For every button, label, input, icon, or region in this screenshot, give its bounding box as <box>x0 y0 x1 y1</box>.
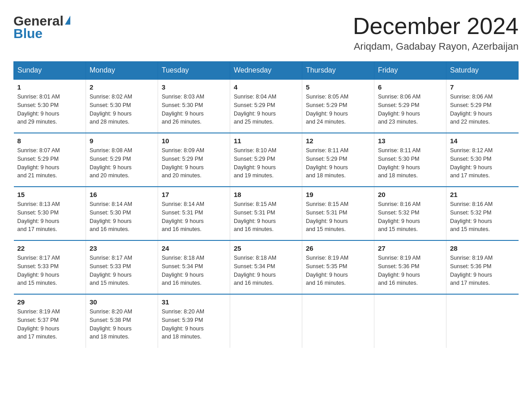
calendar-cell: 28Sunrise: 8:19 AMSunset: 5:36 PMDayligh… <box>446 240 519 294</box>
day-info: Sunrise: 8:06 AMSunset: 5:29 PMDaylight:… <box>450 93 515 126</box>
day-info: Sunrise: 8:07 AMSunset: 5:29 PMDaylight:… <box>17 146 82 180</box>
calendar-cell: 10Sunrise: 8:09 AMSunset: 5:29 PMDayligh… <box>158 133 230 187</box>
calendar-cell: 8Sunrise: 8:07 AMSunset: 5:29 PMDaylight… <box>14 133 86 187</box>
day-info: Sunrise: 8:09 AMSunset: 5:29 PMDaylight:… <box>162 146 226 180</box>
day-number: 29 <box>17 298 82 306</box>
calendar-cell: 27Sunrise: 8:19 AMSunset: 5:36 PMDayligh… <box>374 240 446 294</box>
day-info: Sunrise: 8:19 AMSunset: 5:36 PMDaylight:… <box>450 254 515 287</box>
day-info: Sunrise: 8:17 AMSunset: 5:33 PMDaylight:… <box>17 254 82 287</box>
day-number: 8 <box>17 137 82 145</box>
day-number: 23 <box>90 244 154 252</box>
day-number: 18 <box>234 191 298 198</box>
day-info: Sunrise: 8:06 AMSunset: 5:29 PMDaylight:… <box>378 93 442 126</box>
day-info: Sunrise: 8:03 AMSunset: 5:30 PMDaylight:… <box>162 93 226 126</box>
week-row-4: 22Sunrise: 8:17 AMSunset: 5:33 PMDayligh… <box>14 240 519 294</box>
day-info: Sunrise: 8:12 AMSunset: 5:30 PMDaylight:… <box>450 146 515 180</box>
day-number: 25 <box>234 244 298 252</box>
location-subtitle: Ariqdam, Gadabay Rayon, Azerbaijan <box>353 41 519 52</box>
header-friday: Friday <box>374 62 446 80</box>
calendar-cell: 13Sunrise: 8:11 AMSunset: 5:30 PMDayligh… <box>374 133 446 187</box>
day-info: Sunrise: 8:15 AMSunset: 5:31 PMDaylight:… <box>306 200 370 234</box>
calendar-cell <box>446 294 519 348</box>
day-info: Sunrise: 8:19 AMSunset: 5:36 PMDaylight:… <box>378 254 442 287</box>
calendar-cell: 19Sunrise: 8:15 AMSunset: 5:31 PMDayligh… <box>302 187 374 240</box>
calendar-cell: 24Sunrise: 8:18 AMSunset: 5:34 PMDayligh… <box>158 240 230 294</box>
day-info: Sunrise: 8:18 AMSunset: 5:34 PMDaylight:… <box>162 254 226 287</box>
day-number: 4 <box>234 83 298 91</box>
day-number: 13 <box>378 137 442 145</box>
calendar-cell: 7Sunrise: 8:06 AMSunset: 5:29 PMDaylight… <box>446 79 519 133</box>
calendar-cell: 29Sunrise: 8:19 AMSunset: 5:37 PMDayligh… <box>14 294 86 348</box>
calendar-cell: 26Sunrise: 8:19 AMSunset: 5:35 PMDayligh… <box>302 240 374 294</box>
day-info: Sunrise: 8:14 AMSunset: 5:30 PMDaylight:… <box>90 200 154 234</box>
day-info: Sunrise: 8:01 AMSunset: 5:30 PMDaylight:… <box>17 93 82 126</box>
calendar-cell: 1Sunrise: 8:01 AMSunset: 5:30 PMDaylight… <box>14 79 86 133</box>
day-number: 9 <box>90 137 154 145</box>
day-number: 31 <box>162 298 226 306</box>
day-number: 27 <box>378 244 442 252</box>
day-info: Sunrise: 8:13 AMSunset: 5:30 PMDaylight:… <box>17 200 82 234</box>
logo: General Blue <box>13 13 70 41</box>
month-year-title: December 2024 <box>353 13 519 39</box>
calendar-cell: 2Sunrise: 8:02 AMSunset: 5:30 PMDaylight… <box>86 79 158 133</box>
day-info: Sunrise: 8:19 AMSunset: 5:37 PMDaylight:… <box>17 308 82 341</box>
day-number: 20 <box>378 191 442 198</box>
day-number: 15 <box>17 191 82 198</box>
day-info: Sunrise: 8:16 AMSunset: 5:32 PMDaylight:… <box>378 200 442 234</box>
day-info: Sunrise: 8:04 AMSunset: 5:29 PMDaylight:… <box>234 93 298 126</box>
day-number: 12 <box>306 137 370 145</box>
day-info: Sunrise: 8:19 AMSunset: 5:35 PMDaylight:… <box>306 254 370 287</box>
day-number: 11 <box>234 137 298 145</box>
week-row-1: 1Sunrise: 8:01 AMSunset: 5:30 PMDaylight… <box>14 79 519 133</box>
day-number: 21 <box>450 191 515 198</box>
calendar-cell: 23Sunrise: 8:17 AMSunset: 5:33 PMDayligh… <box>86 240 158 294</box>
day-number: 5 <box>306 83 370 91</box>
day-number: 28 <box>450 244 515 252</box>
week-row-2: 8Sunrise: 8:07 AMSunset: 5:29 PMDaylight… <box>14 133 519 187</box>
calendar-cell: 31Sunrise: 8:20 AMSunset: 5:39 PMDayligh… <box>158 294 230 348</box>
day-number: 1 <box>17 83 82 91</box>
day-info: Sunrise: 8:11 AMSunset: 5:30 PMDaylight:… <box>378 146 442 180</box>
page-header: General Blue December 2024 Ariqdam, Gada… <box>13 13 519 52</box>
day-info: Sunrise: 8:18 AMSunset: 5:34 PMDaylight:… <box>234 254 298 287</box>
day-info: Sunrise: 8:20 AMSunset: 5:39 PMDaylight:… <box>162 308 226 341</box>
calendar-header: SundayMondayTuesdayWednesdayThursdayFrid… <box>14 62 519 80</box>
day-number: 22 <box>17 244 82 252</box>
day-number: 7 <box>450 83 515 91</box>
day-info: Sunrise: 8:17 AMSunset: 5:33 PMDaylight:… <box>90 254 154 287</box>
day-info: Sunrise: 8:02 AMSunset: 5:30 PMDaylight:… <box>90 93 154 126</box>
week-row-3: 15Sunrise: 8:13 AMSunset: 5:30 PMDayligh… <box>14 187 519 240</box>
calendar-cell: 22Sunrise: 8:17 AMSunset: 5:33 PMDayligh… <box>14 240 86 294</box>
calendar-cell: 25Sunrise: 8:18 AMSunset: 5:34 PMDayligh… <box>230 240 302 294</box>
calendar-cell: 12Sunrise: 8:11 AMSunset: 5:29 PMDayligh… <box>302 133 374 187</box>
day-info: Sunrise: 8:08 AMSunset: 5:29 PMDaylight:… <box>90 146 154 180</box>
calendar-table: SundayMondayTuesdayWednesdayThursdayFrid… <box>13 61 519 348</box>
day-info: Sunrise: 8:11 AMSunset: 5:29 PMDaylight:… <box>306 146 370 180</box>
calendar-cell: 3Sunrise: 8:03 AMSunset: 5:30 PMDaylight… <box>158 79 230 133</box>
calendar-cell: 15Sunrise: 8:13 AMSunset: 5:30 PMDayligh… <box>14 187 86 240</box>
header-sunday: Sunday <box>14 62 86 80</box>
day-info: Sunrise: 8:16 AMSunset: 5:32 PMDaylight:… <box>450 200 515 234</box>
calendar-cell: 5Sunrise: 8:05 AMSunset: 5:29 PMDaylight… <box>302 79 374 133</box>
calendar-cell <box>374 294 446 348</box>
day-number: 17 <box>162 191 226 198</box>
day-number: 19 <box>306 191 370 198</box>
calendar-cell: 17Sunrise: 8:14 AMSunset: 5:31 PMDayligh… <box>158 187 230 240</box>
day-number: 6 <box>378 83 442 91</box>
calendar-body: 1Sunrise: 8:01 AMSunset: 5:30 PMDaylight… <box>14 79 519 348</box>
calendar-cell: 20Sunrise: 8:16 AMSunset: 5:32 PMDayligh… <box>374 187 446 240</box>
header-tuesday: Tuesday <box>158 62 230 80</box>
day-number: 2 <box>90 83 154 91</box>
calendar-cell: 30Sunrise: 8:20 AMSunset: 5:38 PMDayligh… <box>86 294 158 348</box>
logo-blue-text: Blue <box>13 26 43 41</box>
day-info: Sunrise: 8:10 AMSunset: 5:29 PMDaylight:… <box>234 146 298 180</box>
day-number: 10 <box>162 137 226 145</box>
day-number: 3 <box>162 83 226 91</box>
day-info: Sunrise: 8:14 AMSunset: 5:31 PMDaylight:… <box>162 200 226 234</box>
day-info: Sunrise: 8:05 AMSunset: 5:29 PMDaylight:… <box>306 93 370 126</box>
days-of-week-row: SundayMondayTuesdayWednesdayThursdayFrid… <box>14 62 519 80</box>
calendar-cell <box>302 294 374 348</box>
header-monday: Monday <box>86 62 158 80</box>
calendar-cell: 9Sunrise: 8:08 AMSunset: 5:29 PMDaylight… <box>86 133 158 187</box>
day-number: 16 <box>90 191 154 198</box>
